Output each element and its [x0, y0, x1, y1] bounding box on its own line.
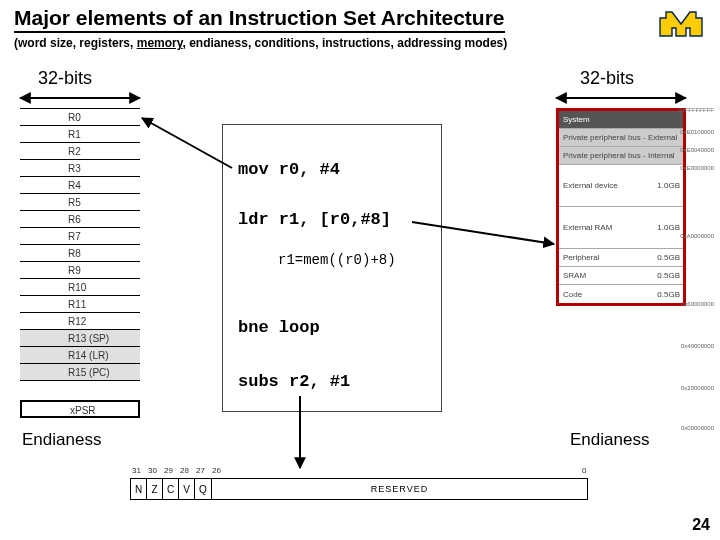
reg-xpsr: xPSR [20, 400, 140, 418]
reg-row: R9 [20, 262, 140, 279]
mem-addr: 0xE0100000 [680, 129, 714, 135]
reg-row: R2 [20, 143, 140, 160]
reg-row: R10 [20, 279, 140, 296]
memory-region: Peripheral0.5GB [559, 249, 683, 267]
reg-row: R1 [20, 126, 140, 143]
flag-q: Q [195, 479, 211, 499]
subtitle-memory: memory [137, 36, 183, 50]
slide-subtitle: (word size, registers, memory, endianess… [14, 36, 507, 50]
flag-z: Z [147, 479, 163, 499]
memory-region: External device1.0GB [559, 165, 683, 207]
slide-number: 24 [692, 516, 710, 534]
code-bne: bne loop [238, 318, 320, 337]
reg-row: R8 [20, 245, 140, 262]
flag-v: V [179, 479, 195, 499]
memory-region: Private peripheral bus - Internal [559, 147, 683, 165]
reg-row: R12 [20, 313, 140, 330]
mem-addr: 0x00000000 [681, 425, 714, 431]
michigan-logo [658, 6, 704, 38]
subtitle-pre: (word size, registers, [14, 36, 137, 50]
tick: 30 [148, 466, 157, 475]
mem-addr: 0xFFFFFFFF [678, 107, 714, 113]
mem-addr: 0x40000000 [681, 343, 714, 349]
flag-cells: N Z C V Q [130, 478, 212, 500]
reg-row: R7 [20, 228, 140, 245]
memory-region: External RAM1.0GB [559, 207, 683, 249]
tick: 28 [180, 466, 189, 475]
flag-n: N [131, 479, 147, 499]
svg-line-2 [142, 118, 232, 168]
mem-addr: 0xA0000000 [680, 233, 714, 239]
flags-reserved: RESERVED [212, 478, 588, 500]
reg-row-pc: R15 (PC) [20, 364, 140, 381]
reg-row: R6 [20, 211, 140, 228]
reg-row: R3 [20, 160, 140, 177]
xpsr-flags-bar: 31 30 29 28 27 26 0 N Z C V Q RESERVED [130, 466, 590, 508]
memory-region: Code0.5GB [559, 285, 683, 303]
label-32bits-right: 32-bits [580, 68, 634, 89]
label-endianess-right: Endianess [570, 430, 649, 450]
code-mov: mov r0, #4 [238, 160, 340, 179]
flag-c: C [163, 479, 179, 499]
register-table: R0 R1 R2 R3 R4 R5 R6 R7 R8 R9 R10 R11 R1… [20, 108, 140, 381]
tick: 26 [212, 466, 221, 475]
reg-row: R11 [20, 296, 140, 313]
mem-addr: 0xE0000000 [680, 165, 714, 171]
code-ldr: ldr r1, [r0,#8] [238, 210, 391, 229]
memory-region: SRAM0.5GB [559, 267, 683, 285]
slide-title: Major elements of an Instruction Set Arc… [14, 6, 505, 33]
mem-addr: 0x60000000 [681, 301, 714, 307]
memory-region: System [559, 111, 683, 129]
tick: 27 [196, 466, 205, 475]
reg-row-sp: R13 (SP) [20, 330, 140, 347]
memory-region: Private peripheral bus - External [559, 129, 683, 147]
label-endianess-left: Endianess [22, 430, 101, 450]
reg-row-lr: R14 (LR) [20, 347, 140, 364]
reg-row: R5 [20, 194, 140, 211]
reg-row: R4 [20, 177, 140, 194]
code-expl: r1=mem((r0)+8) [278, 252, 396, 268]
memory-map: SystemPrivate peripheral bus - ExternalP… [556, 108, 686, 306]
tick: 0 [582, 466, 586, 475]
mem-addr: 0xE0040000 [680, 147, 714, 153]
tick: 29 [164, 466, 173, 475]
mem-addr: 0x20000000 [681, 385, 714, 391]
reg-row: R0 [20, 109, 140, 126]
code-subs: subs r2, #1 [238, 372, 350, 391]
subtitle-post: , endianess, conditions, instructions, a… [183, 36, 508, 50]
tick: 31 [132, 466, 141, 475]
label-32bits-left: 32-bits [38, 68, 92, 89]
